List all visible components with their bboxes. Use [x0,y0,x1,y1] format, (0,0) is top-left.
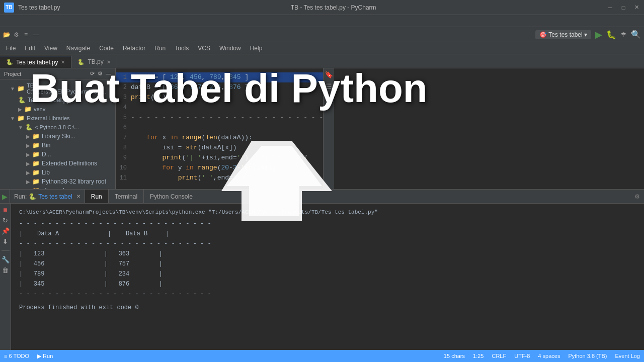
bottom-tab-terminal[interactable]: Terminal [109,190,144,203]
folder-icon-py38lib: 📁 [32,178,40,185]
table-output: - - - - - - - - - - - - - - - - - - - - … [19,219,378,299]
pin-icon[interactable]: 📌 [2,227,10,235]
sidebar-item-libski[interactable]: ▶ 📁 Library Ski... [0,132,115,141]
toolbar-btn2[interactable]: ≡ [22,31,30,38]
sidebar-item-py38lib[interactable]: ▶ 📁 Python38-32 library root [0,177,115,186]
bottom-panel: ▶ Run: 🐍 Tes tes tabel ✕ Run Terminal Py… [0,189,644,350]
scroll-icon[interactable]: ⬇ [3,238,8,245]
bottom-tab-pyconsole[interactable]: Python Console [144,190,199,203]
cursor-position[interactable]: 1:25 [473,353,484,359]
code-line-9: 9 print('| '+isi,end='') #| 456 | 757 [116,153,323,163]
tab-close-2[interactable]: ✕ [107,59,111,65]
cell-b2: 757 [119,259,159,269]
menu-file[interactable]: File [2,44,20,53]
table-header-row: | Data A | Data B | [19,229,378,239]
col-a-header: Data A [37,229,108,239]
python-version[interactable]: Python 3.8 (TB) [568,353,607,359]
bottom-settings-icon[interactable]: ⚙ [634,193,644,200]
sidebar-settings-icon[interactable]: ⚙ [98,70,103,77]
menu-refactor[interactable]: Refactor [119,44,149,53]
bottom-left-controls: ▶ [0,190,10,203]
minimize-button[interactable]: ─ [607,4,614,11]
cmd-line: C:\Users\ACER\PycharmProjects\TB\venv\Sc… [19,208,378,217]
toolbar-btn3[interactable]: — [31,31,41,38]
sidebar-item-lib[interactable]: ▶ 📁 Lib [0,168,115,177]
folder-icon-tb: 📁 [17,85,25,92]
char-count: 15 chars [444,353,465,359]
rerun-icon[interactable]: ↻ [3,217,8,224]
tools-icon[interactable]: 🔧 [2,256,10,263]
menu-window[interactable]: Window [215,44,245,53]
menu-code[interactable]: Code [95,44,118,53]
maximize-button[interactable]: □ [620,4,627,11]
coverage-button-icon[interactable]: ☂ [620,31,627,39]
close-button[interactable]: ✕ [633,4,640,11]
indent-spaces[interactable]: 4 spaces [538,353,560,359]
menu-navigate[interactable]: Navigate [62,44,94,53]
sidebar-item-extdefs[interactable]: ▶ 📁 Extended Definitions [0,159,115,168]
sidebar-label-venv: venv [34,106,45,112]
run-close-btn[interactable]: ✕ [76,194,80,199]
folder-icon-lib: 📁 [32,169,40,176]
sidebar-item-venv[interactable]: ▶ 📁 venv [0,105,115,114]
search-icon[interactable]: 🔍 [631,30,641,39]
cell-b1: 363 [119,249,159,259]
todo-label[interactable]: ≡ 6 TODO [4,353,29,359]
run-status-label[interactable]: ▶ Run [37,353,53,359]
run-name-icon: 🐍 [29,193,36,200]
tree-arrow-py38: ▼ [18,125,23,130]
structure-icon[interactable]: ☰ [326,82,332,90]
sidebar-item-tb[interactable]: ▼ 📁 TB C:\Users\ACER\PycharmProje... [0,81,115,96]
table-data-row-2: | 456 | 757 | [19,259,378,269]
menu-help[interactable]: Help [246,44,267,53]
tab-tes-tabel[interactable]: 🐍 Tes tes tabel.py ✕ [0,56,71,68]
tree-arrow-extdefs: ▶ [26,161,30,166]
sidebar-item-d[interactable]: ▶ 📁 D... [0,150,115,159]
menu-edit[interactable]: Edit [21,44,39,53]
code-line-3: 3 print('') [116,93,323,103]
run-side-controls: ■ ↻ 📌 ⬇ 🔧 🗑 [0,204,11,350]
bottom-tab-run[interactable]: Run [85,190,109,203]
debug-button-icon[interactable]: 🐛 [606,30,616,39]
sidebar-collapse-icon[interactable]: — [106,70,111,77]
menu-tools[interactable]: Tools [171,44,193,53]
encoding[interactable]: UTF-8 [514,353,530,359]
editor-content: 1 dataA = [ 123, 456, 789, 345 ] 2 [116,68,323,187]
event-log-link[interactable]: Event Log [615,353,640,359]
sidebar-sync-icon[interactable]: ⟳ [90,70,95,77]
run-play-icon[interactable]: ▶ [2,193,8,201]
table-sep-bot: - - - - - - - - - - - - - - - - - - - - … [19,289,378,299]
run-button-icon[interactable]: ▶ [595,29,602,40]
sidebar-label-lib: Lib [42,169,50,176]
toolbar-btn[interactable]: ⚙ [12,31,21,38]
status-bar: ≡ 6 TODO ▶ Run 15 chars 1:25 CRLF UTF-8 … [0,350,644,362]
bottom-tabs-row: ▶ Run: 🐍 Tes tes tabel ✕ Run Terminal Py… [0,190,644,204]
bookmark-icon[interactable]: 🔖 [325,70,333,78]
sidebar-label-extdefs: Extended Definitions [42,160,97,167]
run-name-label[interactable]: Tes tes tabel [38,193,72,200]
tab-close-1[interactable]: ✕ [61,59,65,65]
folder-icon-libski: 📁 [32,133,40,140]
bottom-tab-run-label: Run [91,193,102,200]
menu-view[interactable]: View [40,44,61,53]
tab-tb[interactable]: 🐍 TB.py ✕ [71,56,117,68]
sidebar-item-tes[interactable]: 🐍 Tes tes tabel.py [0,96,115,105]
sidebar-controls: ⟳ ⚙ — [90,70,111,77]
menu-run[interactable]: Run [150,44,170,53]
run-label-area: Run: 🐍 Tes tes tabel ✕ [10,190,85,203]
toolbar-project-icon: 📂 [3,31,11,38]
cell-b4: 876 [119,279,159,289]
sidebar-label-py38: < Python 3.8 C:\... [35,124,79,130]
line-ending[interactable]: CRLF [492,353,506,359]
sidebar-item-bin[interactable]: ▶ 📁 Bin [0,141,115,150]
stop-icon[interactable]: ■ [3,206,7,214]
title-bar: TB Tes tes tabel.py TB - Tes tes tabel.p… [0,0,644,15]
file-icon-tes: 🐍 [18,97,26,104]
project-label: Tes tes tabel.py [18,4,60,11]
exit-message: Process finished with exit code 0 [19,303,378,312]
sidebar-item-python38[interactable]: ▼ 🐍 < Python 3.8 C:\... [0,123,115,132]
sidebar-item-external[interactable]: ▼ 📁 External Libraries [0,114,115,123]
filter-icon[interactable]: 🗑 [2,266,9,274]
menu-items-row: File Edit View Navigate Code Refactor Ru… [0,42,644,54]
menu-vcs[interactable]: VCS [194,44,214,53]
